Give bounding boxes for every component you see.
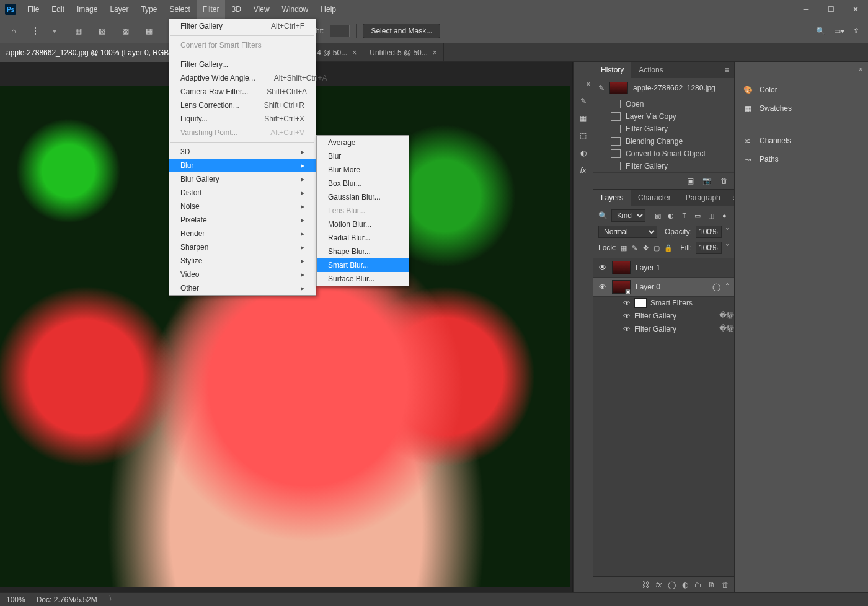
fill-input[interactable]	[696, 242, 722, 254]
selection-new-icon[interactable]: ▦	[69, 22, 87, 40]
status-menu-icon[interactable]: 〉	[108, 594, 116, 605]
menu-layer[interactable]: Layer	[104, 0, 135, 19]
filter-menu-item[interactable]: Filter GalleryAlt+Ctrl+F	[169, 19, 316, 33]
opacity-input[interactable]	[696, 226, 722, 238]
history-item[interactable]: Layer Via Copy	[593, 110, 734, 123]
smart-filter-name[interactable]: Filter Gallery	[634, 312, 676, 320]
menu-filter[interactable]: Filter	[197, 0, 226, 19]
lock-position-icon[interactable]: ✥	[642, 243, 650, 253]
selection-add-icon[interactable]: ▧	[93, 22, 110, 40]
layer-group-icon[interactable]: 🗀	[694, 581, 702, 589]
lock-all-icon[interactable]: 🔒	[664, 243, 673, 253]
filter-shape-icon[interactable]: ▭	[693, 211, 703, 221]
workspace-icon[interactable]: ▭▾	[834, 27, 844, 35]
history-item[interactable]: Blending Change	[593, 135, 734, 147]
filter-menu-item[interactable]: 3D▸	[169, 145, 316, 159]
collapse-dock-icon[interactable]: »	[859, 64, 863, 76]
filter-menu-item[interactable]: Lens Correction...Shift+Ctrl+R	[169, 99, 316, 112]
grid-icon[interactable]: ▦	[580, 114, 587, 123]
fx-icon[interactable]: fx	[580, 166, 586, 175]
history-brush-icon[interactable]: ✎	[598, 84, 604, 92]
history-item[interactable]: Filter Gallery	[593, 123, 734, 135]
blur-submenu-item[interactable]: Smart Blur...	[317, 258, 409, 272]
doc-size[interactable]: Doc: 2.76M/5.52M	[37, 595, 97, 604]
blur-submenu-item[interactable]: Surface Blur...	[317, 272, 409, 286]
filter-toggle-icon[interactable]: ●	[720, 211, 730, 221]
filter-menu-item[interactable]: Adaptive Wide Angle...Alt+Shift+Ctrl+A	[169, 71, 316, 85]
filter-menu-item[interactable]: Render▸	[169, 227, 316, 240]
menu-3d[interactable]: 3D	[225, 0, 247, 19]
history-snapshot-icon[interactable]: 📷	[702, 177, 712, 185]
menu-file[interactable]: File	[21, 0, 45, 19]
filter-menu-item[interactable]: Stylize▸	[169, 254, 316, 268]
filter-adjust-icon[interactable]: ◐	[666, 211, 676, 221]
filter-menu-item[interactable]: Sharpen▸	[169, 240, 316, 254]
tab-character[interactable]: Character	[631, 190, 678, 206]
blur-submenu-item[interactable]: Shape Blur...	[317, 245, 409, 258]
menu-edit[interactable]: Edit	[45, 0, 71, 19]
lock-pixels-icon[interactable]: ✎	[631, 243, 639, 253]
close-button[interactable]: ✕	[843, 0, 868, 19]
filter-menu-item[interactable]: Distort▸	[169, 186, 316, 200]
filter-blending-icon[interactable]: �騞	[719, 310, 734, 321]
home-icon[interactable]: ⌂	[5, 22, 22, 40]
filter-type-icon[interactable]: T	[680, 211, 689, 221]
layer-row[interactable]: 👁 Layer 1	[593, 258, 734, 278]
maximize-button[interactable]: ☐	[818, 0, 843, 19]
new-layer-icon[interactable]: 🗎	[708, 581, 715, 589]
swatches-panel-button[interactable]: ▦ Swatches	[735, 99, 868, 118]
link-layers-icon[interactable]: ⛓	[642, 581, 650, 589]
history-new-doc-icon[interactable]: ▣	[687, 177, 694, 185]
layer-mask-icon[interactable]: ◯	[668, 581, 676, 589]
history-item[interactable]: Convert to Smart Object	[593, 147, 734, 160]
height-input[interactable]	[330, 25, 350, 37]
menu-window[interactable]: Window	[276, 0, 315, 19]
visibility-icon[interactable]: 👁	[623, 325, 631, 333]
filter-image-icon[interactable]: ▧	[653, 211, 663, 221]
menu-view[interactable]: View	[247, 0, 276, 19]
paths-panel-button[interactable]: ↝ Paths	[735, 150, 868, 169]
filter-menu-item[interactable]: Blur Gallery▸	[169, 172, 316, 186]
filter-menu-item[interactable]: Noise▸	[169, 200, 316, 213]
history-delete-icon[interactable]: 🗑	[720, 177, 728, 185]
layer-collapse-icon[interactable]: ˄	[725, 283, 729, 291]
selection-intersect-icon[interactable]: ▩	[140, 22, 157, 40]
cube-icon[interactable]: ⬚	[580, 131, 587, 140]
blur-submenu-item[interactable]: Gaussian Blur...	[317, 190, 409, 204]
history-item[interactable]: Filter Gallery	[593, 160, 734, 172]
smart-filter-name[interactable]: Filter Gallery	[634, 325, 676, 333]
blur-submenu-item[interactable]: Average	[317, 136, 409, 149]
channels-panel-button[interactable]: ≋ Channels	[735, 131, 868, 150]
blur-submenu-item[interactable]: Radial Blur...	[317, 231, 409, 245]
blur-submenu-item[interactable]: Blur	[317, 149, 409, 163]
tab-history[interactable]: History	[593, 62, 631, 78]
lock-transparent-icon[interactable]: ▦	[620, 243, 627, 253]
minimize-button[interactable]: ─	[794, 0, 818, 19]
history-item[interactable]: Open	[593, 98, 734, 110]
search-icon[interactable]: 🔍	[816, 27, 825, 35]
menu-help[interactable]: Help	[314, 0, 342, 19]
blur-submenu-item[interactable]: Motion Blur...	[317, 217, 409, 231]
filter-blending-icon[interactable]: �騞	[719, 323, 734, 334]
blur-submenu-item[interactable]: Blur More	[317, 163, 409, 177]
marquee-tool-icon[interactable]	[35, 27, 46, 35]
filter-menu-item[interactable]: Liquify...Shift+Ctrl+X	[169, 112, 316, 126]
panel-menu-icon[interactable]: ≡	[720, 66, 734, 74]
selection-subtract-icon[interactable]: ▨	[117, 22, 134, 40]
brush-icon[interactable]: ✎	[580, 97, 587, 105]
visibility-icon[interactable]: 👁	[598, 263, 607, 272]
document-tab[interactable]: Untitled-5 @ 50...×	[363, 43, 444, 62]
adjustment-layer-icon[interactable]: ◐	[682, 581, 688, 589]
filter-smart-icon[interactable]: ◫	[706, 211, 716, 221]
tab-paragraph[interactable]: Paragraph	[678, 190, 728, 206]
visibility-icon[interactable]: 👁	[598, 283, 607, 291]
tab-layers[interactable]: Layers	[593, 190, 631, 206]
color-panel-button[interactable]: 🎨 Color	[735, 81, 868, 99]
layer-row[interactable]: 👁 ▣ Layer 0 ◯ ˄	[593, 278, 734, 297]
filter-menu-item[interactable]: Pixelate▸	[169, 213, 316, 227]
close-tab-icon[interactable]: ×	[352, 48, 356, 57]
visibility-icon[interactable]: 👁	[623, 299, 631, 307]
delete-layer-icon[interactable]: 🗑	[722, 581, 729, 589]
blend-mode-select[interactable]: Normal	[598, 226, 657, 238]
filter-menu-item[interactable]: Other▸	[169, 281, 316, 295]
